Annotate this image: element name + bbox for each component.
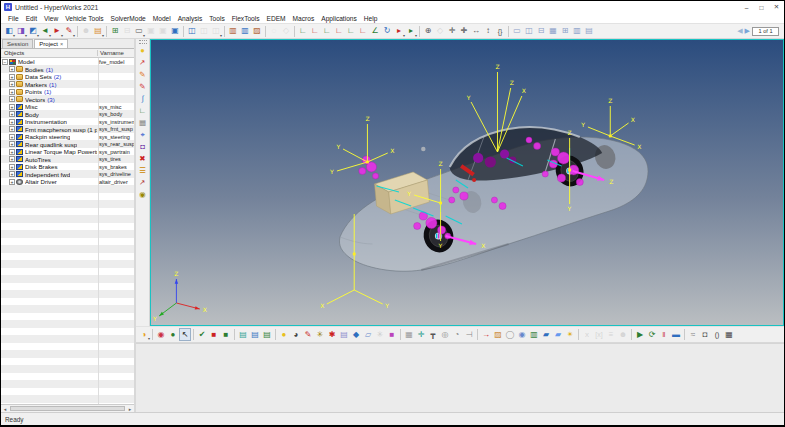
scroll-left-arrow-icon[interactable]: ◂ <box>1 406 9 412</box>
maximize-button[interactable]: □ <box>754 2 769 13</box>
spline-tool[interactable]: ∫ <box>137 93 149 105</box>
plot-browser[interactable]: ▨ <box>251 25 263 38</box>
disc-tool[interactable]: ◎ <box>439 328 451 341</box>
capture-image[interactable]: ◫ <box>198 25 210 38</box>
pick-tool[interactable]: ◇ <box>280 25 292 38</box>
view-xy-back[interactable]: ∟ <box>309 25 321 38</box>
plate-tool-2[interactable]: ▰ <box>552 328 564 341</box>
view-yz-left[interactable]: ∟ <box>345 25 357 38</box>
table-tool[interactable]: ☰ <box>137 165 149 177</box>
tree-expander-icon[interactable]: + <box>9 111 15 117</box>
menu-solvermode[interactable]: SolverMode <box>108 15 149 22</box>
next-page-button[interactable]: ▶ <box>745 27 750 35</box>
minimize-button[interactable]: – <box>739 2 754 13</box>
tree-row-vectors[interactable]: +Vectors(3) <box>1 96 134 104</box>
entity-display[interactable]: ◑▾ <box>138 328 150 341</box>
scrollbar-thumb[interactable] <box>10 406 125 411</box>
output-tool[interactable]: ↗ <box>137 177 149 189</box>
copy-window[interactable]: ◫ <box>186 25 198 38</box>
marker-pencil[interactable]: ✎ <box>137 69 149 81</box>
capture-media[interactable]: ▤ <box>249 328 261 341</box>
highlight-tool[interactable]: ◇ <box>434 25 446 38</box>
zoom-in[interactable]: ⊕ <box>422 25 434 38</box>
tree-expander-icon[interactable]: + <box>9 104 15 110</box>
menu-model[interactable]: Model <box>150 15 174 22</box>
add-graphic[interactable]: ■ <box>386 328 398 341</box>
ellipsoid-shaded[interactable]: ◉ <box>516 328 528 341</box>
menu-edit[interactable]: Edit <box>23 15 40 22</box>
joint-tool[interactable]: ┳ <box>427 328 439 341</box>
close-tab-icon[interactable]: × <box>60 41 63 47</box>
graphic-tool[interactable]: ◘ <box>137 141 149 153</box>
expression-builder[interactable]: x <box>581 328 593 341</box>
delete-page[interactable]: ⊟ <box>121 25 133 38</box>
layout-two-horizontal[interactable]: ⊟ <box>535 25 547 38</box>
open-media[interactable]: ▤ <box>261 328 273 341</box>
tree-expander-icon[interactable]: + <box>9 171 15 177</box>
tree-expander-icon[interactable]: + <box>9 96 15 102</box>
capture-video[interactable]: ◫▾ <box>210 25 222 38</box>
tree-row-independent-fwd[interactable]: +Independent fwdsys_driveline <box>1 171 134 179</box>
view-xz-bottom[interactable]: ∟ <box>333 25 345 38</box>
pan-horizontal[interactable]: ↔ <box>470 25 482 38</box>
ellipsoid-tool[interactable]: ◯ <box>504 328 516 341</box>
tree-expander-icon[interactable]: + <box>9 81 15 87</box>
lock-open[interactable]: ■ <box>220 328 232 341</box>
open-report[interactable]: ▤▾ <box>92 25 104 38</box>
compare-models[interactable]: ‖ <box>658 328 670 341</box>
entity-editor[interactable]: ◘ <box>699 328 711 341</box>
view-yz-right[interactable]: ∟ <box>357 25 369 38</box>
tree-row-body[interactable]: +Bodysys_body <box>1 111 134 119</box>
view-xy-front[interactable]: ∟ <box>297 25 309 38</box>
fit-view[interactable]: ✛ <box>446 25 458 38</box>
tree-row-altair-driver[interactable]: +Altair Driveraltair_driver <box>1 178 134 186</box>
menu-tools[interactable]: Tools <box>206 15 227 22</box>
color-palette[interactable]: ◉ <box>155 328 167 341</box>
tree-expander-icon[interactable]: + <box>9 156 15 162</box>
layout-single[interactable]: ▭ <box>511 25 523 38</box>
body-tool[interactable]: ▦ <box>137 117 149 129</box>
tree-row-instrumentation[interactable]: +Instrumentationsys_instrument <box>1 118 134 126</box>
entity-display-dropdown-icon[interactable]: ▾ <box>148 337 150 341</box>
view-iso[interactable]: ∠ <box>369 25 381 38</box>
report-panel[interactable]: ▥ <box>227 25 239 38</box>
model-check[interactable]: ✔ <box>196 328 208 341</box>
tree-row-linear-torque-map-powertrain[interactable]: +Linear Torque Map Powertrainsys_pwrtrai… <box>1 148 134 156</box>
layout-six[interactable]: ▥ <box>571 25 583 38</box>
edit-session-dropdown-icon[interactable]: ▾ <box>73 34 75 38</box>
layout-three[interactable]: ▦ <box>547 25 559 38</box>
add-joint[interactable]: ✳ <box>314 328 326 341</box>
add-marker[interactable]: ◕ <box>290 328 302 341</box>
saved-view-red[interactable]: ▸▾ <box>393 25 405 38</box>
layout-eight[interactable]: ▤ <box>583 25 595 38</box>
tree-row-autotires[interactable]: +AutoTiressys_tires <box>1 156 134 164</box>
vector-tool[interactable]: ↗ <box>137 57 149 69</box>
tab-project[interactable]: Project× <box>34 39 68 48</box>
run-solver[interactable]: ▶ <box>634 328 646 341</box>
export-solver-deck[interactable]: ►▾ <box>51 25 63 38</box>
tree-row-misc[interactable]: +Miscsys_misc <box>1 103 134 111</box>
tree-expander-icon[interactable]: + <box>9 164 15 170</box>
view-xz-top[interactable]: ∟ <box>321 25 333 38</box>
tree-horizontal-scrollbar[interactable]: ◂ ▸ <box>1 404 134 412</box>
menu-analysis[interactable]: Analysis <box>175 15 206 22</box>
axes-tool[interactable]: ∟ <box>137 105 149 117</box>
add-plane[interactable]: ▱ <box>362 328 374 341</box>
add-page[interactable]: ⊞ <box>109 25 121 38</box>
open-model[interactable]: ◨▾ <box>15 25 27 38</box>
toolbar-grip[interactable] <box>139 40 147 44</box>
red-pencil[interactable]: ✎ <box>137 81 149 93</box>
tree-expander-icon[interactable]: + <box>9 74 15 80</box>
tree-row-bodies[interactable]: +Bodies(1) <box>1 66 134 74</box>
model-refresh[interactable]: ⟳ <box>646 328 658 341</box>
layout-four[interactable]: ⊞ <box>559 25 571 38</box>
menu-help[interactable]: Help <box>361 15 381 22</box>
layout-two-vertical[interactable]: ◫ <box>523 25 535 38</box>
report-image[interactable]: ▨ <box>492 328 504 341</box>
snapshot[interactable]: ▤ <box>237 328 249 341</box>
menu-flextools[interactable]: FlexTools <box>229 15 263 22</box>
note-tool[interactable]: ≡ <box>605 328 617 341</box>
shaded-mode[interactable]: ● <box>167 328 179 341</box>
tree-expander-icon[interactable]: + <box>9 126 15 132</box>
zoom-tool[interactable]: ◌ <box>268 25 280 38</box>
